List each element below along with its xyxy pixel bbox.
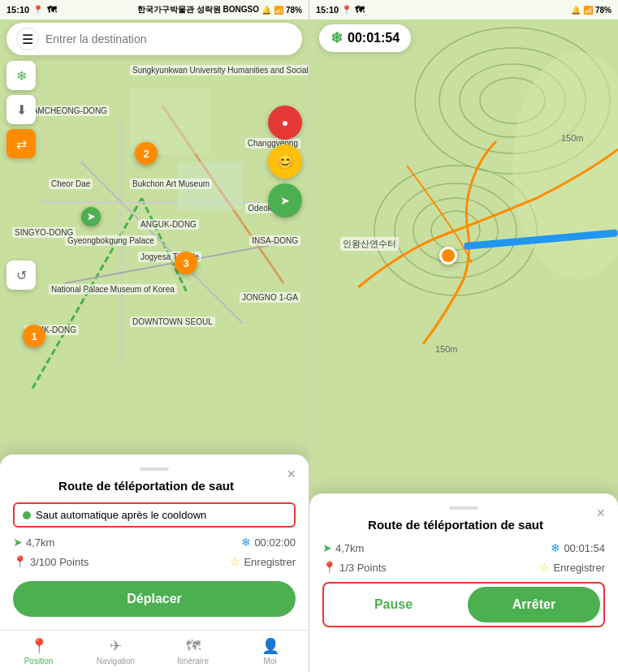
pause-button[interactable]: Pause: [327, 587, 460, 622]
cooldown-text: Saut automatique après le cooldown: [36, 509, 206, 521]
green-button[interactable]: ➤: [268, 183, 302, 218]
location-icon-right: 📍: [322, 561, 336, 574]
stop-button[interactable]: Arrêter: [468, 587, 600, 622]
close-button-right[interactable]: ×: [596, 505, 605, 522]
svg-text:150m: 150m: [435, 344, 458, 354]
time-display-right: 15:10: [316, 5, 339, 15]
distance-value-right: 4,7km: [335, 542, 364, 554]
map-label-university: Sungkyunkwan University Humanities and S…: [130, 65, 309, 75]
nav-position[interactable]: 📍 Position: [0, 631, 77, 672]
map-label-insa: INSA-DONG: [249, 235, 300, 246]
stat-save-left: ☆ Enregistrer: [230, 555, 296, 568]
nav-itinerary[interactable]: 🗺 Itinéraire: [154, 631, 231, 672]
location-icon-left: 📍: [13, 555, 27, 568]
navigation-icon: ✈: [110, 637, 122, 655]
battery-right: 78%: [595, 6, 612, 15]
map-right[interactable]: 150m 150m 인왕산연수터: [309, 0, 618, 493]
stat-distance-right: ➤ 4,7km: [322, 541, 364, 554]
svg-point-10: [415, 28, 610, 174]
map-label-jongno: JONGNO 1-GA: [240, 292, 300, 303]
compass-icon: ➤: [280, 194, 290, 207]
hamburger-icon: ☰: [22, 32, 33, 47]
bottom-nav: 📍 Position ✈ Navigation 🗺 Itinéraire 👤 M…: [0, 630, 309, 672]
marker-1[interactable]: 1: [23, 325, 45, 347]
gps-icon-right: 📍: [341, 5, 352, 15]
red-circle-icon: ●: [282, 116, 288, 129]
save-value-left: Enregistrer: [244, 556, 296, 568]
nav-navigation[interactable]: ✈ Navigation: [77, 631, 154, 672]
red-button[interactable]: ●: [268, 106, 302, 140]
nav-icon-right: ➤: [322, 541, 332, 554]
left-panel: 15:10 📍 🗺 한국가구박물관 성락원 BONGSO 🔔 📶 78% ☰: [0, 0, 309, 672]
stats-row-2-right: 📍 1/3 Points ☆ Enregistrer: [322, 561, 605, 574]
map-label-downtown: DOWNTOWN SEOUL: [130, 317, 215, 327]
battery-icon-left: 🔔: [261, 6, 271, 15]
map-left[interactable]: SAMCHEONG-DONG Sungkyunkwan University H…: [0, 0, 309, 510]
sheet-title-left: Route de téléportation de saut: [13, 479, 296, 493]
position-label: Position: [24, 657, 54, 666]
snowflake-button[interactable]: ❄: [6, 61, 36, 90]
marker-3[interactable]: 3: [175, 252, 197, 274]
itinerary-label: Itinéraire: [177, 657, 209, 666]
menu-button[interactable]: ☰: [16, 28, 39, 50]
map-label-cheor: Cheor Dae: [49, 179, 93, 189]
map-label-national: National Palace Museum of Korea: [49, 284, 177, 295]
cooldown-badge: Saut automatique après le cooldown: [13, 502, 296, 528]
status-bar-right: 15:10 📍 🗺 🔔 📶 78%: [309, 0, 618, 19]
map-label-samcheong: SAMCHEONG-DONG: [24, 106, 110, 116]
svg-point-18: [512, 52, 618, 279]
bottom-sheet-left: Route de téléportation de saut × Saut au…: [0, 454, 309, 630]
stat-time-right: ❄ 00:01:54: [551, 541, 605, 554]
sheet-title-right: Route de téléportation de saut: [322, 518, 605, 532]
yellow-button[interactable]: 😊: [268, 144, 302, 179]
stat-save-right: ☆ Enregistrer: [539, 561, 605, 574]
map-label-anguk: ANGUK-DONG: [138, 219, 199, 230]
svg-point-12: [460, 64, 565, 137]
right-status-left: 한국가구박물관 성락원 BONGSO 🔔 📶 78%: [137, 4, 302, 15]
refresh-button[interactable]: ↺: [6, 261, 36, 290]
points-value-left: 3/100 Points: [30, 556, 89, 568]
wifi-icon-right: 📶: [583, 6, 593, 15]
stat-points-right: 📍 1/3 Points: [322, 561, 387, 574]
svg-point-17: [431, 211, 480, 250]
bell-icon-right: 🔔: [571, 6, 581, 15]
time-left: 15:10 📍 🗺: [6, 5, 56, 15]
yellow-face-icon: 😊: [276, 153, 294, 170]
moi-icon: 👤: [261, 637, 279, 655]
time-right: 15:10 📍 🗺: [316, 5, 364, 15]
snowflake-stat-icon-left: ❄: [241, 536, 251, 549]
marker-2[interactable]: 2: [135, 142, 158, 165]
map-label-korean-right: 인왕산연수터: [340, 237, 399, 251]
marker-green-map[interactable]: ➤: [81, 207, 101, 226]
stats-row-1: ➤ 4,7km ❄ 00:02:00: [13, 536, 296, 549]
stats-row-2: 📍 3/100 Points ☆ Enregistrer: [13, 555, 296, 568]
drag-handle-left: [140, 467, 169, 471]
nav-moi[interactable]: 👤 Moi: [231, 631, 309, 672]
marker-2-circle: 2: [135, 142, 158, 165]
navigation-arrow-button[interactable]: ⬇: [6, 95, 36, 124]
right-toolbar: ● 😊 ➤: [268, 106, 302, 218]
wifi-icon-left: 📶: [274, 6, 283, 15]
swap-button[interactable]: ⇄: [6, 129, 36, 158]
stat-points-left: 📍 3/100 Points: [13, 555, 89, 568]
time-value-right: 00:01:54: [564, 542, 605, 554]
close-button-left[interactable]: ×: [287, 466, 296, 483]
right-panel: 15:10 📍 🗺 🔔 📶 78% ❄ 00:01:54: [309, 0, 618, 672]
position-icon: 📍: [30, 637, 48, 655]
map-label-gyeongbok: Gyeongbokgung Palace: [65, 235, 157, 246]
nav-icon-left: ➤: [13, 536, 23, 549]
star-icon-right: ☆: [539, 561, 550, 574]
snowflake-stat-icon-right: ❄: [551, 541, 560, 554]
star-icon-left: ☆: [230, 555, 240, 568]
svg-point-14: [374, 166, 537, 295]
orange-marker-right: [439, 247, 457, 265]
marker-green-circle: ➤: [81, 207, 101, 226]
move-button[interactable]: Déplacer: [13, 581, 296, 617]
map-label-bukchon: Bukchon Art Museum: [130, 179, 212, 189]
search-input[interactable]: [45, 32, 292, 45]
map-icon-right: 🗺: [355, 5, 364, 15]
svg-point-13: [480, 78, 545, 123]
svg-rect-19: [464, 229, 618, 250]
right-status-right: 🔔 📶 78%: [571, 6, 612, 15]
left-toolbar: ❄ ⬇ ⇄ ↺: [6, 61, 36, 290]
